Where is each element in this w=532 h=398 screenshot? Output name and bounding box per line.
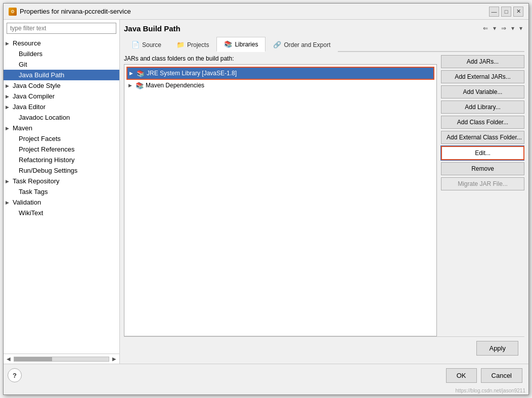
expand-icon: ▶ — [6, 126, 11, 131]
sidebar-item-label: Java Editor — [13, 103, 46, 111]
main-content: ▶ Resource Builders Git Java Build Path — [4, 20, 528, 364]
sidebar-item-java-build-path[interactable]: Java Build Path — [4, 70, 119, 80]
back-dropdown[interactable]: ▾ — [491, 24, 498, 33]
expand-icon: ▶ — [6, 41, 11, 46]
back-button[interactable]: ⇐ — [481, 24, 490, 33]
add-variable-button[interactable]: Add Variable... — [441, 85, 524, 98]
tab-libraries[interactable]: 📚 Libraries — [216, 37, 265, 52]
sidebar-item-label: Project References — [19, 145, 75, 153]
libraries-tab-icon: 📚 — [224, 40, 232, 48]
tab-source[interactable]: 📄 Source — [124, 37, 169, 52]
sidebar-item-label: Builders — [19, 50, 42, 58]
ok-button[interactable]: OK — [446, 368, 477, 383]
tree-expand-icon: ▶ — [128, 83, 134, 88]
forward-dropdown[interactable]: ▾ — [509, 24, 516, 33]
sidebar-item-javadoc-location[interactable]: Javadoc Location — [4, 112, 119, 123]
minimize-button[interactable]: — — [489, 7, 499, 17]
scroll-right-icon[interactable]: ▶ — [112, 356, 116, 362]
content-area: JARs and class folders on the build path… — [124, 55, 524, 336]
add-class-folder-button[interactable]: Add Class Folder... — [441, 116, 524, 129]
tree-view[interactable]: ▶ 📚 JRE System Library [JavaSE-1.8] ▶ 📚 … — [124, 64, 437, 336]
main-dialog: ⚙ Properties for nirvana-pccredit-servic… — [3, 3, 529, 395]
expand-icon: ▶ — [6, 105, 11, 110]
buttons-panel: Add JARs... Add External JARs... Add Var… — [441, 55, 524, 336]
expand-icon: ▶ — [6, 94, 11, 99]
cancel-button[interactable]: Cancel — [481, 368, 522, 383]
add-external-jars-button[interactable]: Add External JARs... — [441, 70, 524, 83]
sidebar-item-java-code-style[interactable]: ▶ Java Code Style — [4, 80, 119, 91]
sidebar-item-label: Validation — [13, 198, 41, 206]
title-bar-left: ⚙ Properties for nirvana-pccredit-servic… — [9, 8, 131, 16]
tree-item-jre-system[interactable]: ▶ 📚 JRE System Library [JavaSE-1.8] — [126, 67, 434, 80]
maven-lib-icon: 📚 — [136, 81, 144, 89]
sidebar-item-wikitext[interactable]: WikiText — [4, 208, 119, 218]
sidebar-item-maven[interactable]: ▶ Maven — [4, 123, 119, 133]
horizontal-scrollbar[interactable]: ◀ ▶ — [4, 354, 119, 364]
sidebar-item-label: WikiText — [19, 209, 43, 217]
tabs-row: 📄 Source 📁 Projects 📚 Libraries 🔗 Order … — [124, 37, 524, 52]
watermark: https://blog.csdn.net/jason9211 — [4, 387, 528, 394]
filter-input[interactable] — [7, 23, 116, 34]
scroll-track[interactable] — [14, 357, 109, 362]
tab-source-label: Source — [142, 41, 161, 48]
sidebar-item-label: Javadoc Location — [19, 114, 70, 121]
sidebar-item-resource[interactable]: ▶ Resource — [4, 38, 119, 48]
tree-item-maven-deps[interactable]: ▶ 📚 Maven Dependencies — [126, 80, 434, 91]
left-panel: ▶ Resource Builders Git Java Build Path — [4, 20, 120, 364]
sidebar-item-label: Task Repository — [13, 177, 59, 185]
expand-icon: ▶ — [6, 200, 11, 205]
dialog-actions: OK Cancel — [26, 364, 528, 387]
dialog-title: Properties for nirvana-pccredit-service — [20, 8, 131, 15]
migrate-jar-button[interactable]: Migrate JAR File... — [441, 177, 524, 190]
sidebar-item-java-editor[interactable]: ▶ Java Editor — [4, 102, 119, 112]
title-controls: — □ ✕ — [489, 7, 523, 17]
tab-libraries-label: Libraries — [235, 41, 258, 48]
sidebar-item-run-debug-settings[interactable]: Run/Debug Settings — [4, 165, 119, 176]
sidebar-item-label: Java Code Style — [13, 82, 61, 89]
tree-item-label: Maven Dependencies — [146, 82, 204, 89]
sidebar-item-task-tags[interactable]: Task Tags — [4, 186, 119, 197]
sidebar-item-java-compiler[interactable]: ▶ Java Compiler — [4, 91, 119, 102]
tab-order-export-label: Order and Export — [284, 41, 330, 48]
projects-tab-icon: 📁 — [176, 41, 185, 48]
sidebar-item-project-references[interactable]: Project References — [4, 144, 119, 155]
sidebar-item-label: Task Tags — [19, 188, 48, 195]
panel-title: Java Build Path — [124, 24, 181, 33]
tab-projects[interactable]: 📁 Projects — [169, 37, 216, 52]
add-library-button[interactable]: Add Library... — [441, 101, 524, 114]
build-path-label: JARs and class folders on the build path… — [124, 55, 437, 62]
navigation-arrows: ⇐ ▾ ⇒ ▾ ▾ — [481, 24, 524, 33]
expand-icon: ▶ — [6, 179, 11, 184]
tree-item-label: JRE System Library [JavaSE-1.8] — [147, 70, 237, 77]
help-button[interactable]: ? — [8, 368, 22, 382]
jre-lib-icon: 📚 — [137, 69, 145, 77]
dialog-icon: ⚙ — [9, 8, 17, 16]
nav-tree: ▶ Resource Builders Git Java Build Path — [4, 37, 119, 354]
apply-button[interactable]: Apply — [476, 341, 518, 356]
scroll-left-icon[interactable]: ◀ — [7, 356, 11, 362]
sidebar-item-builders[interactable]: Builders — [4, 48, 119, 59]
order-export-tab-icon: 🔗 — [273, 41, 281, 48]
remove-button[interactable]: Remove — [441, 162, 524, 175]
expand-icon: ▶ — [6, 83, 11, 88]
menu-dropdown[interactable]: ▾ — [517, 24, 524, 33]
sidebar-item-git[interactable]: Git — [4, 59, 119, 70]
dialog-bottom: ? OK Cancel — [4, 364, 528, 387]
maximize-button[interactable]: □ — [501, 7, 511, 17]
edit-button[interactable]: Edit... — [441, 146, 524, 160]
sidebar-item-label: Java Build Path — [19, 71, 64, 79]
scroll-thumb — [14, 357, 52, 361]
sidebar-item-refactoring-history[interactable]: Refactoring History — [4, 155, 119, 165]
source-tab-icon: 📄 — [131, 41, 140, 48]
title-bar: ⚙ Properties for nirvana-pccredit-servic… — [4, 4, 528, 20]
sidebar-item-task-repository[interactable]: ▶ Task Repository — [4, 176, 119, 186]
sidebar-item-label: Project Facets — [19, 135, 61, 142]
sidebar-item-project-facets[interactable]: Project Facets — [4, 133, 119, 144]
sidebar-item-validation[interactable]: ▶ Validation — [4, 197, 119, 208]
forward-button[interactable]: ⇒ — [499, 24, 508, 33]
add-external-class-folder-button[interactable]: Add External Class Folder... — [441, 131, 524, 144]
sidebar-item-label: Refactoring History — [19, 156, 75, 164]
tab-order-export[interactable]: 🔗 Order and Export — [265, 37, 338, 52]
add-jars-button[interactable]: Add JARs... — [441, 55, 524, 68]
close-button[interactable]: ✕ — [513, 7, 523, 17]
